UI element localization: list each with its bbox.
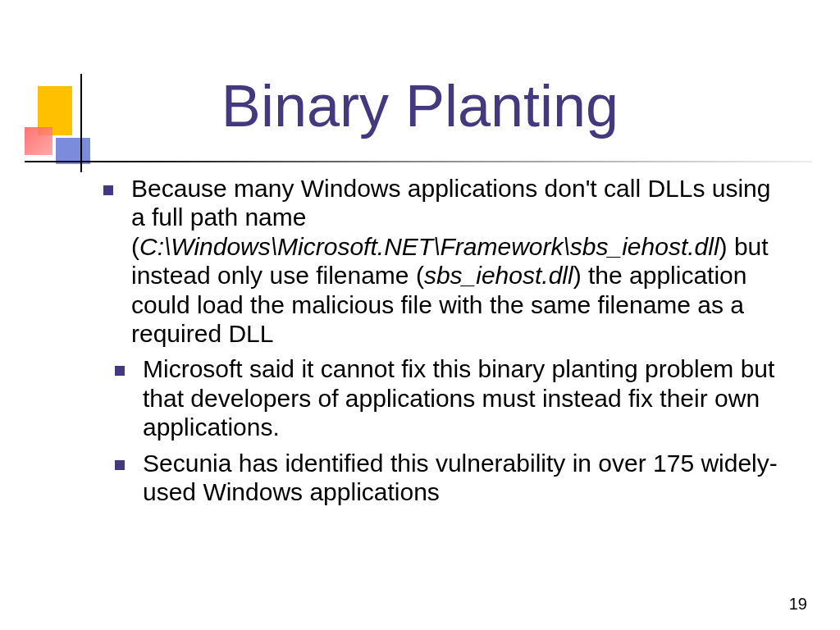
slide-title: Binary Planting xyxy=(0,72,840,139)
decor-horizontal-line xyxy=(25,161,812,162)
bullet-text: Microsoft said it cannot fix this binary… xyxy=(143,355,774,441)
bullet-text: Secunia has identified this vulnerabilit… xyxy=(143,450,778,505)
bullet-item: Secunia has identified this vulnerabilit… xyxy=(108,449,778,507)
path-full: C:\Windows\Microsoft.NET\Framework\sbs_i… xyxy=(139,233,719,260)
slide: Binary Planting Because many Windows app… xyxy=(0,0,840,630)
page-number: 19 xyxy=(789,595,807,614)
bullet-list: Because many Windows applications don't … xyxy=(97,174,778,506)
bullet-item: Because many Windows applications don't … xyxy=(97,174,778,348)
bullet-item: Microsoft said it cannot fix this binary… xyxy=(108,354,778,441)
path-short: sbs_iehost.dll xyxy=(424,262,573,289)
slide-body: Because many Windows applications don't … xyxy=(97,174,778,513)
